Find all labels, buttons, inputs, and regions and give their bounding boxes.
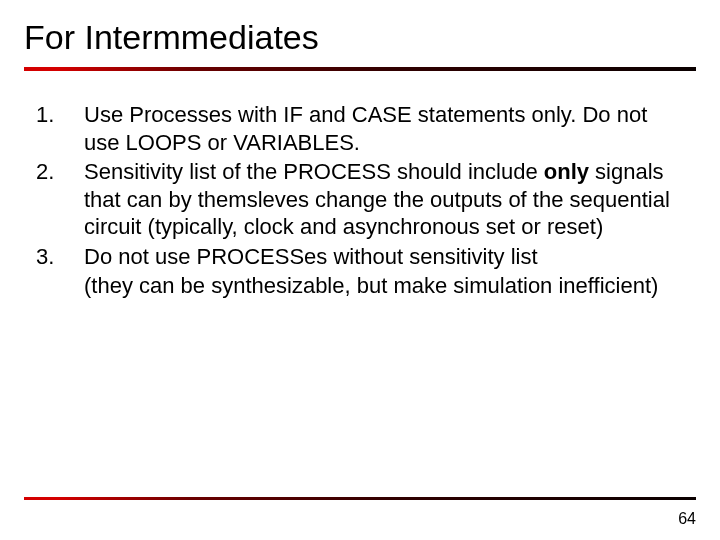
body: 1. Use Processes with IF and CASE statem…	[0, 71, 720, 300]
slide-title: For Intermmediates	[24, 18, 720, 67]
list-text-pre: Sensitivity list of the PROCESS should i…	[84, 159, 544, 184]
slide: For Intermmediates 1. Use Processes with…	[0, 0, 720, 540]
page-number: 64	[678, 510, 696, 528]
list-number: 2.	[36, 158, 84, 186]
list-item: 1. Use Processes with IF and CASE statem…	[36, 101, 678, 156]
list-text: Use Processes with IF and CASE statement…	[84, 101, 678, 156]
list-text: Sensitivity list of the PROCESS should i…	[84, 158, 678, 241]
title-block: For Intermmediates	[0, 0, 720, 67]
list-item-continuation: (they can be synthesizable, but make sim…	[36, 272, 678, 300]
emphasis-only: only	[544, 159, 589, 184]
list-item: 2. Sensitivity list of the PROCESS shoul…	[36, 158, 678, 241]
footer-underline	[24, 497, 696, 500]
list-item: 3. Do not use PROCESSes without sensitiv…	[36, 243, 678, 271]
list-text: (they can be synthesizable, but make sim…	[84, 272, 678, 300]
list-text: Do not use PROCESSes without sensitivity…	[84, 243, 678, 271]
list-number: 1.	[36, 101, 84, 129]
list-number: 3.	[36, 243, 84, 271]
